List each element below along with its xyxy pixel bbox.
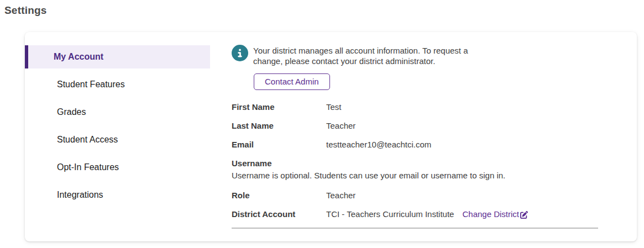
sidebar-item-my-account[interactable]: My Account <box>25 45 210 68</box>
field-value: Test <box>326 102 342 113</box>
settings-sidebar: My Account Student Features Grades Stude… <box>25 32 210 241</box>
sidebar-item-label: Opt-In Features <box>57 162 119 172</box>
settings-card: My Account Student Features Grades Stude… <box>25 32 637 241</box>
sidebar-item-label: My Account <box>54 52 103 62</box>
change-district-link[interactable]: Change District <box>462 209 528 220</box>
field-label: Username <box>232 158 326 169</box>
edit-icon <box>520 211 528 219</box>
section-divider <box>232 228 598 229</box>
sidebar-item-student-features[interactable]: Student Features <box>25 73 210 96</box>
account-fields: First Name Test Last Name Teacher Email … <box>232 102 598 229</box>
notice-text: Your district manages all account inform… <box>253 45 491 66</box>
district-managed-notice: Your district manages all account inform… <box>232 45 598 66</box>
field-label: Last Name <box>232 120 326 131</box>
field-row-district-account: District Account TCI - Teachers Curricul… <box>232 209 598 220</box>
change-district-label: Change District <box>462 209 519 220</box>
field-label: District Account <box>232 209 326 220</box>
field-row-last-name: Last Name Teacher <box>232 120 598 131</box>
sidebar-item-label: Integrations <box>57 190 103 200</box>
field-row-username: Username <box>232 158 598 169</box>
page-title: Settings <box>4 4 640 17</box>
field-row-email: Email testteacher10@teachtci.com <box>232 139 598 150</box>
username-helper-text: Username is optional. Students can use y… <box>232 170 598 181</box>
sidebar-item-label: Student Access <box>57 135 118 145</box>
sidebar-item-grades[interactable]: Grades <box>25 101 210 124</box>
field-label: First Name <box>232 102 326 113</box>
sidebar-item-student-access[interactable]: Student Access <box>25 128 210 151</box>
field-row-first-name: First Name Test <box>232 102 598 113</box>
sidebar-item-label: Student Features <box>57 80 125 89</box>
field-value: testteacher10@teachtci.com <box>326 139 431 150</box>
sidebar-item-opt-in-features[interactable]: Opt-In Features <box>25 156 210 179</box>
field-label: Email <box>232 139 326 150</box>
info-circle-icon <box>232 45 248 61</box>
field-value: TCI - Teachers Curriculum Institute <box>326 209 454 220</box>
field-value: Teacher <box>326 120 355 131</box>
field-row-role: Role Teacher <box>232 190 598 201</box>
sidebar-item-integrations[interactable]: Integrations <box>25 183 210 207</box>
field-value: Teacher <box>326 190 355 201</box>
field-label: Role <box>232 190 326 201</box>
my-account-panel: Your district manages all account inform… <box>210 32 637 241</box>
sidebar-item-label: Grades <box>57 107 86 117</box>
contact-admin-button[interactable]: Contact Admin <box>254 73 330 90</box>
